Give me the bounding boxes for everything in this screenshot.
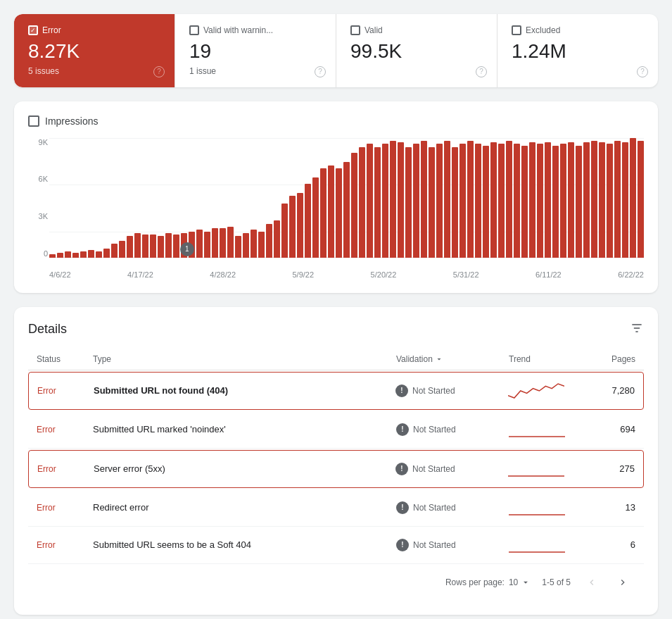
chart-bar [514, 144, 520, 257]
chart-bar [467, 141, 474, 258]
x-axis-label: 5/9/22 [293, 270, 315, 279]
tile-help-error[interactable]: ? [153, 66, 165, 77]
chart-bars [49, 138, 644, 258]
impressions-header: Impressions [28, 115, 644, 127]
row-validation-text: Not Started [413, 425, 456, 434]
chart-bar [258, 232, 265, 258]
annotation-dot[interactable]: 1 [180, 242, 194, 256]
table-row[interactable]: Error Submitted URL marked 'noindex' ! N… [28, 411, 644, 449]
chart-bar [607, 144, 613, 257]
chart-bar [599, 142, 605, 257]
chart-bar [630, 138, 636, 258]
tile-help-valid[interactable]: ? [476, 66, 487, 77]
filter-icon[interactable] [630, 321, 644, 337]
chart-bar [65, 251, 71, 258]
row-pages: 6 [579, 539, 635, 550]
tile-help-valid-warning[interactable]: ? [315, 66, 326, 77]
validation-icon: ! [395, 384, 408, 397]
chart-bar [96, 251, 102, 258]
tile-sub-error: 5 issues [28, 66, 160, 76]
impressions-checkbox[interactable] [28, 115, 39, 127]
chart-bar [560, 144, 566, 257]
trend-sparkline [509, 499, 565, 516]
next-page-button[interactable] [613, 573, 633, 592]
tile-error[interactable]: Error 8.27K 5 issues ? [14, 14, 175, 87]
y-axis-label: 0 [28, 249, 48, 258]
tile-header-error: Error [28, 25, 160, 35]
row-validation: ! Not Started [396, 501, 509, 514]
chart-bar [398, 142, 404, 257]
tile-label-excluded: Excluded [526, 25, 560, 35]
chart-bar [80, 251, 87, 258]
row-validation-text: Not Started [412, 464, 455, 474]
tile-checkbox-excluded [512, 25, 521, 35]
row-status: Error [37, 464, 94, 474]
tile-excluded[interactable]: Excluded 1.24M ? [497, 14, 658, 87]
row-pages: 694 [579, 424, 635, 434]
table-row[interactable]: Error Redirect error ! Not Started 13 [28, 489, 644, 527]
status-tiles: Error 8.27K 5 issues ? Valid with warnin… [14, 14, 658, 87]
chart-bar [57, 253, 63, 258]
row-validation: ! Not Started [396, 539, 509, 551]
chart-bar [289, 196, 296, 257]
details-header: Details [28, 321, 644, 337]
tile-valid[interactable]: Valid 99.5K ? [336, 14, 497, 87]
table-row[interactable]: Error Submitted URL seems to be a Soft 4… [28, 527, 644, 564]
tile-checkbox-valid-warning [189, 25, 199, 35]
row-type: Submitted URL marked 'noindex' [93, 424, 396, 434]
table-row[interactable]: Error Server error (5xx) ! Not Started 2… [28, 450, 644, 488]
row-trend [509, 499, 579, 516]
row-trend [509, 421, 579, 438]
tile-value-error: 8.27K [28, 39, 160, 63]
tile-help-excluded[interactable]: ? [637, 66, 648, 77]
col-status: Status [37, 354, 93, 364]
chart-bar [444, 141, 450, 258]
row-validation: ! Not Started [396, 423, 509, 436]
row-status: Error [37, 386, 94, 396]
chart-bar [545, 142, 551, 257]
tile-header-valid-warning: Valid with warnin... [189, 25, 322, 35]
chart-bar [537, 144, 543, 257]
table-body: Error Submitted URL not found (404) ! No… [28, 372, 644, 564]
chart-bar [490, 142, 497, 257]
chart-container: 9K6K3K0 1 4/6/224/17/224/28/225/9/225/20… [49, 138, 644, 279]
x-axis-label: 4/6/22 [49, 270, 71, 279]
trend-sparkline [509, 421, 565, 438]
chart-bar [274, 220, 280, 257]
tile-value-valid-warning: 19 [189, 39, 322, 63]
chart-bar [220, 228, 226, 257]
row-pages: 7,280 [578, 385, 635, 396]
chart-bar [173, 235, 179, 258]
chart-bar [568, 142, 574, 257]
validation-icon: ! [396, 539, 409, 551]
chart-bar [529, 142, 535, 257]
chart-bar [103, 249, 110, 258]
chart-bar [266, 224, 272, 258]
y-axis-label: 6K [28, 175, 48, 183]
chart-bar [328, 165, 334, 258]
chart-bar [638, 141, 644, 258]
row-status: Error [37, 503, 93, 513]
chart-bar [196, 230, 203, 257]
chart-bar [405, 147, 412, 258]
chart-bar [111, 244, 118, 258]
chart-bar [251, 230, 257, 257]
chart-bar [119, 241, 125, 258]
tile-valid-warning[interactable]: Valid with warnin... 19 1 issue ? [175, 14, 336, 87]
col-validation[interactable]: Validation [396, 354, 509, 364]
x-axis-label: 5/31/22 [453, 270, 479, 279]
row-pages: 275 [578, 463, 635, 474]
x-axis-label: 6/11/22 [535, 270, 562, 279]
y-axis-label: 9K [28, 138, 48, 146]
prev-page-button[interactable] [582, 573, 602, 592]
page-info: 1-5 of 5 [542, 577, 571, 587]
table-row[interactable]: Error Submitted URL not found (404) ! No… [28, 372, 644, 410]
col-trend: Trend [509, 354, 579, 364]
x-axis-label: 6/22/22 [618, 270, 644, 279]
validation-icon: ! [396, 501, 409, 514]
rows-per-page-select[interactable]: 10 [509, 577, 531, 587]
chart-bar [498, 144, 505, 257]
chart-bar [49, 254, 56, 257]
tile-header-valid: Valid [350, 25, 483, 35]
tile-header-excluded: Excluded [512, 25, 644, 35]
